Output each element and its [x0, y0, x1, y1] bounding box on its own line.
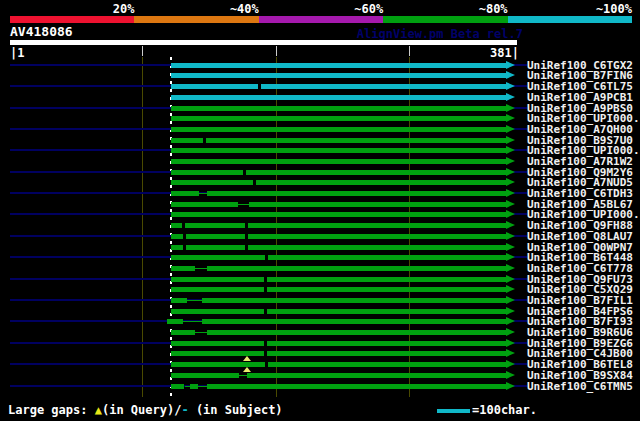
subject-gap-connector	[239, 375, 247, 376]
hit-arrowhead	[506, 360, 515, 368]
hit-bar-segment	[171, 191, 199, 196]
legend-query-text: (in Query)/	[102, 403, 181, 417]
hit-label: UniRef100_C6TMN5	[527, 381, 633, 392]
hit-bar-segment	[207, 266, 506, 271]
scale-color-segment	[508, 16, 632, 23]
hit-bar-segment	[207, 330, 506, 335]
hit-bar-segment	[171, 223, 506, 228]
hit-bar-segment	[247, 373, 506, 378]
hit-arrowhead	[506, 93, 515, 101]
subject-gap-connector	[195, 268, 207, 269]
hit-arrowhead	[506, 253, 515, 261]
hit-bar-segment	[171, 84, 506, 89]
hit-bar-segment	[171, 330, 195, 335]
hit-bar-segment	[171, 63, 506, 68]
identity-scale-bar	[10, 16, 632, 23]
alignview-page: 20%~40%~60%~80%~100% AV418086 AlignView.…	[0, 0, 640, 421]
hit-bar-segment	[171, 309, 506, 314]
query-gap-triangle-icon	[243, 367, 251, 372]
scale-bar-label: =100char.	[472, 404, 537, 416]
hit-bar-segment	[171, 106, 506, 111]
gap-notch	[264, 351, 267, 356]
hit-arrowhead	[506, 296, 515, 304]
hit-arrowhead	[506, 146, 515, 154]
hit-arrowhead	[506, 285, 515, 293]
hit-bar-segment	[202, 298, 506, 303]
hit-arrowhead	[506, 317, 515, 325]
large-gaps-legend: Large gaps: ▲(in Query)/- (in Subject)	[8, 404, 283, 416]
gap-notch	[264, 287, 267, 292]
watermark-text: AlignView.pm Beta rel.7	[357, 27, 523, 41]
subject-gap-connector	[199, 193, 207, 194]
hit-arrowhead	[506, 307, 515, 315]
scale-color-segment	[383, 16, 507, 23]
query-name: AV418086	[10, 26, 73, 38]
alignment-plot-area: UniRef100_C6TGX2UniRef100_B7FIN6UniRef10…	[0, 57, 640, 397]
hit-bar-segment	[171, 170, 506, 175]
hit-arrowhead	[506, 61, 515, 69]
scale-label: ~60%	[354, 2, 383, 16]
hit-arrowhead	[506, 275, 515, 283]
hit-arrowhead	[506, 232, 515, 240]
subject-gap-connector	[185, 386, 190, 387]
subject-gap-connector	[187, 300, 202, 301]
hit-bar-segment	[171, 234, 506, 239]
hit-bar-segment	[171, 384, 184, 389]
gap-notch	[265, 362, 268, 367]
hit-bar-segment	[171, 138, 506, 143]
scale-label: 20%	[113, 2, 135, 16]
hit-arrowhead	[506, 339, 515, 347]
ruler-tick	[276, 46, 277, 56]
hit-bar-segment	[167, 319, 183, 324]
query-gap-triangle-icon	[243, 356, 251, 361]
hit-bar-segment	[171, 266, 195, 271]
gap-notch	[203, 138, 206, 143]
hit-bar-segment	[249, 202, 507, 207]
hit-arrowhead	[506, 136, 515, 144]
subject-gap-connector	[195, 332, 207, 333]
subject-gap-connector	[183, 321, 202, 322]
scale-color-segment	[134, 16, 258, 23]
query-gap-triangle-icon: ▲	[95, 403, 102, 417]
hit-bar-segment	[171, 159, 506, 164]
subject-gap-connector	[198, 386, 207, 387]
hit-arrowhead	[506, 82, 515, 90]
legend-prefix: Large gaps:	[8, 403, 95, 417]
scale-color-segment	[10, 16, 134, 23]
hit-arrowhead	[506, 200, 515, 208]
hit-bar-segment	[171, 298, 187, 303]
hit-arrowhead	[506, 168, 515, 176]
ruler-tick	[142, 46, 143, 56]
hit-arrowhead	[506, 243, 515, 251]
scale-label: ~40%	[230, 2, 259, 16]
gap-notch	[245, 223, 248, 228]
gap-notch	[245, 234, 248, 239]
hit-bar-segment	[171, 341, 506, 346]
hit-bar-segment	[171, 212, 506, 217]
hit-arrowhead	[506, 114, 515, 122]
hit-arrowhead	[506, 104, 515, 112]
gap-notch	[182, 223, 185, 228]
gap-notch	[264, 341, 267, 346]
gap-notch	[243, 170, 246, 175]
gap-notch	[245, 245, 248, 250]
gap-notch	[183, 234, 186, 239]
hit-arrowhead	[506, 189, 515, 197]
query-ruler-bar	[10, 40, 517, 45]
hit-arrowhead	[506, 382, 515, 390]
hit-arrowhead	[506, 71, 515, 79]
hit-bar-segment	[190, 384, 198, 389]
hit-bar-segment	[171, 180, 506, 185]
hit-bar-segment	[171, 116, 506, 121]
hit-bar-segment	[171, 202, 238, 207]
legend-subject-text: (in Subject)	[189, 403, 283, 417]
hit-arrowhead	[506, 328, 515, 336]
gap-notch	[264, 309, 267, 314]
hit-arrowhead	[506, 221, 515, 229]
scale-label: ~100%	[596, 2, 632, 16]
hit-arrowhead	[506, 371, 515, 379]
hit-bar-segment	[171, 373, 239, 378]
hit-bar-segment	[171, 73, 506, 78]
scale-label: ~80%	[479, 2, 508, 16]
hit-bar-segment	[171, 148, 506, 153]
